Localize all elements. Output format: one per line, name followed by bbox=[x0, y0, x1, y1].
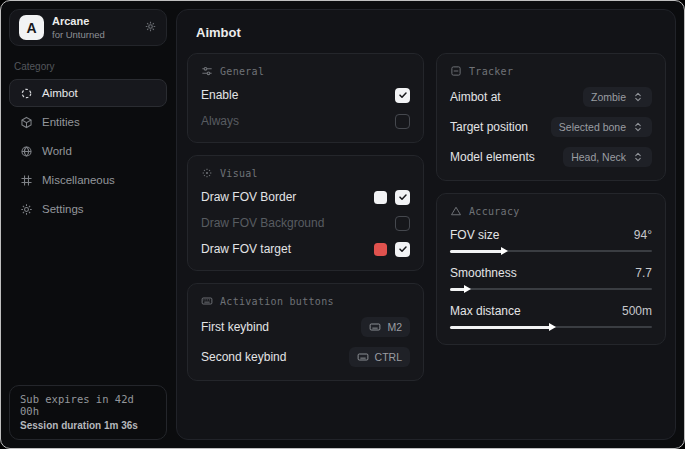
sidebar-item-label: Miscellaneous bbox=[42, 174, 115, 186]
setting-label: Model elements bbox=[450, 150, 535, 164]
keyboard-icon bbox=[201, 295, 213, 307]
setting-label: First keybind bbox=[201, 320, 269, 334]
slider-value: 500m bbox=[622, 304, 652, 318]
fov-border-checkbox[interactable] bbox=[395, 190, 410, 205]
setting-row-second-keybind: Second keybind CTRL bbox=[201, 347, 410, 367]
main-panel: Aimbot General bbox=[176, 9, 676, 440]
brand-card: A Arcane for Unturned bbox=[9, 9, 167, 46]
setting-label: Target position bbox=[450, 120, 528, 134]
sidebar-item-aimbot[interactable]: Aimbot bbox=[9, 79, 167, 107]
enable-checkbox[interactable] bbox=[395, 88, 410, 103]
always-checkbox[interactable] bbox=[395, 114, 410, 129]
setting-row-always: Always bbox=[201, 113, 410, 129]
fov-size-slider[interactable] bbox=[450, 247, 652, 255]
brand-text: Arcane for Unturned bbox=[52, 15, 105, 40]
setting-label: Draw FOV Border bbox=[201, 190, 296, 204]
setting-row-smoothness: Smoothness 7.7 bbox=[450, 266, 652, 293]
keyboard-icon bbox=[369, 321, 381, 333]
setting-row-fov-size: FOV size 94° bbox=[450, 228, 652, 255]
tracker-card: Tracker Aimbot at Zombie Target position bbox=[436, 53, 666, 181]
sub-expiry-text: Sub expires in 42d 00h bbox=[20, 393, 156, 417]
aimbot-at-dropdown[interactable]: Zombie bbox=[583, 87, 652, 107]
sidebar-item-miscellaneous[interactable]: Miscellaneous bbox=[9, 166, 167, 194]
setting-row-fov-target: Draw FOV target bbox=[201, 241, 410, 257]
max-distance-slider[interactable] bbox=[450, 323, 652, 331]
setting-label: Enable bbox=[201, 88, 238, 102]
slider-thumb[interactable] bbox=[464, 285, 471, 293]
setting-label: Always bbox=[201, 114, 239, 128]
chevrons-up-down-icon bbox=[632, 91, 644, 103]
section-title: Accuracy bbox=[469, 206, 520, 217]
sidebar-item-entities[interactable]: Entities bbox=[9, 108, 167, 136]
category-label: Category bbox=[14, 61, 162, 72]
setting-row-fov-border: Draw FOV Border bbox=[201, 189, 410, 205]
app-subtitle: for Unturned bbox=[52, 29, 105, 40]
section-title: Activation buttons bbox=[220, 296, 334, 307]
fov-background-checkbox[interactable] bbox=[395, 216, 410, 231]
subscription-card: Sub expires in 42d 00h Session duration … bbox=[9, 385, 167, 440]
setting-label: Max distance bbox=[450, 304, 521, 318]
target-position-dropdown[interactable]: Selected bone bbox=[551, 117, 652, 137]
slider-thumb[interactable] bbox=[549, 323, 556, 331]
visual-card: Visual Draw FOV Border Draw FOV Backgrou… bbox=[187, 155, 424, 271]
model-elements-dropdown[interactable]: Head, Neck bbox=[563, 147, 652, 167]
gear-icon bbox=[20, 203, 33, 216]
crosshair-icon bbox=[20, 87, 33, 100]
keyboard-icon bbox=[357, 351, 369, 363]
sidebar-item-label: Entities bbox=[42, 116, 80, 128]
activation-card: Activation buttons First keybind M2 Seco… bbox=[187, 283, 424, 381]
setting-label: Draw FOV target bbox=[201, 242, 291, 256]
setting-row-max-distance: Max distance 500m bbox=[450, 304, 652, 331]
keybind-value: M2 bbox=[387, 321, 402, 333]
cube-icon bbox=[20, 116, 33, 129]
sidebar-nav: Aimbot Entities World bbox=[9, 79, 167, 223]
check-icon bbox=[398, 90, 408, 100]
triangle-icon bbox=[450, 205, 462, 217]
keybind-value: CTRL bbox=[375, 351, 402, 363]
setting-label: Second keybind bbox=[201, 350, 286, 364]
check-icon bbox=[398, 192, 408, 202]
sidebar: A Arcane for Unturned Category A bbox=[1, 1, 175, 448]
app-window: A Arcane for Unturned Category A bbox=[0, 0, 685, 449]
color-swatch[interactable] bbox=[374, 191, 387, 204]
dropdown-value: Selected bone bbox=[559, 121, 626, 133]
sidebar-item-settings[interactable]: Settings bbox=[9, 195, 167, 223]
setting-label: Smoothness bbox=[450, 266, 517, 280]
gear-icon[interactable] bbox=[144, 20, 157, 35]
session-duration-text: Session duration 1m 36s bbox=[20, 420, 156, 431]
section-title: Tracker bbox=[469, 66, 513, 77]
page-title: Aimbot bbox=[196, 25, 666, 40]
setting-row-fov-background: Draw FOV Background bbox=[201, 215, 410, 231]
color-swatch[interactable] bbox=[374, 243, 387, 256]
first-keybind-button[interactable]: M2 bbox=[361, 317, 410, 337]
setting-row-aimbot-at: Aimbot at Zombie bbox=[450, 87, 652, 107]
section-title: General bbox=[220, 66, 264, 77]
section-title: Visual bbox=[220, 168, 258, 179]
dropdown-value: Zombie bbox=[591, 91, 626, 103]
dropdown-value: Head, Neck bbox=[571, 151, 626, 163]
chevrons-up-down-icon bbox=[632, 121, 644, 133]
check-icon bbox=[398, 244, 408, 254]
setting-label: Draw FOV Background bbox=[201, 216, 324, 230]
setting-row-enable: Enable bbox=[201, 87, 410, 103]
setting-row-model-elements: Model elements Head, Neck bbox=[450, 147, 652, 167]
sidebar-item-label: World bbox=[42, 145, 72, 157]
scan-icon bbox=[450, 65, 462, 77]
setting-label: Aimbot at bbox=[450, 90, 501, 104]
setting-label: FOV size bbox=[450, 228, 499, 242]
slider-thumb[interactable] bbox=[501, 247, 508, 255]
setting-row-first-keybind: First keybind M2 bbox=[201, 317, 410, 337]
app-name: Arcane bbox=[52, 15, 105, 29]
sidebar-item-label: Settings bbox=[42, 203, 84, 215]
slider-value: 94° bbox=[634, 228, 652, 242]
sidebar-item-world[interactable]: World bbox=[9, 137, 167, 165]
smoothness-slider[interactable] bbox=[450, 285, 652, 293]
slider-value: 7.7 bbox=[635, 266, 652, 280]
general-card: General Enable Always bbox=[187, 53, 424, 143]
app-logo: A bbox=[19, 15, 44, 40]
accuracy-card: Accuracy FOV size 94° bbox=[436, 193, 666, 345]
chevrons-up-down-icon bbox=[632, 151, 644, 163]
fov-target-checkbox[interactable] bbox=[395, 242, 410, 257]
second-keybind-button[interactable]: CTRL bbox=[349, 347, 410, 367]
sparkle-icon bbox=[201, 167, 213, 179]
